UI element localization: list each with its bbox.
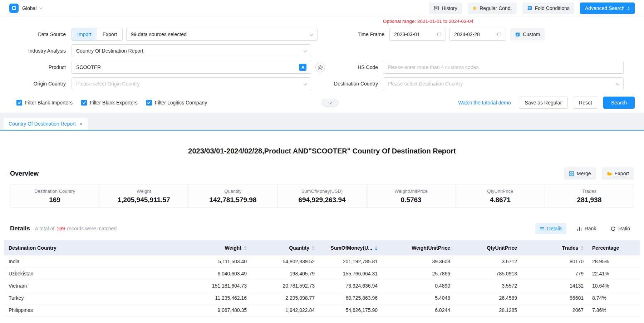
overview-header: Overview Merge Export bbox=[10, 167, 634, 180]
export-button[interactable]: Export bbox=[602, 167, 634, 180]
tutorial-link[interactable]: Watch the tutorial demo bbox=[458, 100, 511, 106]
merge-label: Merge bbox=[577, 171, 591, 176]
advanced-search-button[interactable]: Advanced Search › bbox=[580, 3, 635, 14]
cell-wup: 5.4048 bbox=[382, 292, 454, 304]
reset-button[interactable]: Reset bbox=[573, 97, 598, 109]
date-end-input[interactable] bbox=[454, 31, 497, 37]
view-details-label: Details bbox=[547, 226, 562, 231]
product-input[interactable] bbox=[76, 64, 296, 70]
product-field[interactable]: A @ bbox=[72, 61, 311, 74]
stat-weight-unit-price: WeightUnitPrice 0.5763 bbox=[367, 185, 456, 207]
history-button[interactable]: History bbox=[429, 3, 462, 14]
fold-conditions-label: Fold Conditions bbox=[535, 5, 570, 11]
regular-cond-button[interactable]: ★ Regular Cond. bbox=[468, 3, 517, 14]
origin-country-select[interactable] bbox=[72, 77, 311, 90]
col-trades[interactable]: Trades bbox=[521, 240, 588, 255]
col-quantity[interactable]: Quantity bbox=[251, 240, 319, 255]
translate-icon[interactable]: A bbox=[299, 64, 306, 71]
industry-analysis-label: Industry Analysis bbox=[5, 48, 66, 54]
table-row[interactable]: India 5,111,503.40 54,802,839.52 201,192… bbox=[4, 255, 640, 268]
app-logo-glyph bbox=[12, 6, 16, 10]
region-selector[interactable]: Global bbox=[22, 5, 42, 11]
chevron-down-icon bbox=[304, 49, 307, 52]
view-details-button[interactable]: Details bbox=[535, 223, 566, 234]
merge-button[interactable]: Merge bbox=[564, 167, 596, 180]
advanced-search-label: Advanced Search bbox=[585, 5, 625, 11]
col-label: SumOfMoney(U... bbox=[330, 245, 372, 251]
overview-stats-bar: Destination Country 169 Weight 1,205,945… bbox=[10, 185, 634, 207]
sort-icon-active bbox=[375, 246, 378, 250]
sort-icon bbox=[581, 246, 584, 250]
cell-qup: 28.1285 bbox=[454, 304, 521, 316]
import-segment[interactable]: Import bbox=[72, 28, 97, 40]
cell-sum: 73,924,636.94 bbox=[319, 280, 382, 292]
cell-percentage: 10.64% bbox=[588, 280, 640, 292]
collapse-form-button[interactable] bbox=[321, 99, 339, 107]
industry-analysis-value: Country Of Destination Report bbox=[76, 48, 143, 54]
data-sources-select[interactable]: 99 data sources selected bbox=[126, 28, 318, 41]
stat-quantity: Quantity 142,781,579.98 bbox=[188, 185, 277, 207]
save-as-regular-button[interactable]: Save as Regular bbox=[519, 97, 568, 109]
table-row[interactable]: Philippines 9,067,480.35 1,942,022.84 54… bbox=[4, 304, 640, 316]
stat-value: 142,781,579.98 bbox=[209, 196, 256, 204]
date-start-input[interactable] bbox=[394, 31, 437, 37]
star-icon: ★ bbox=[472, 5, 477, 11]
col-sum-of-money[interactable]: SumOfMoney(U... bbox=[319, 240, 382, 255]
table-row[interactable]: Turkey 11,235,462.16 2,295,098.77 60,725… bbox=[4, 292, 640, 304]
cell-trades: 80170 bbox=[521, 255, 588, 268]
stat-label: Trades bbox=[582, 189, 596, 194]
cell-quantity: 1,942,022.84 bbox=[251, 304, 319, 316]
industry-analysis-select[interactable]: Country Of Destination Report bbox=[72, 44, 311, 57]
cell-weight: 6,040,603.49 bbox=[183, 268, 251, 280]
tab-country-of-destination-report[interactable]: Country Of Destination Report × bbox=[4, 118, 88, 130]
stat-label: Weight bbox=[137, 189, 151, 194]
cell-country: Vietnam bbox=[4, 280, 183, 292]
cell-wup: 39.3608 bbox=[382, 255, 454, 268]
cell-weight: 9,067,480.35 bbox=[183, 304, 251, 316]
col-weight[interactable]: Weight bbox=[183, 240, 251, 255]
check-mark bbox=[18, 101, 21, 104]
search-button[interactable]: Search bbox=[603, 97, 635, 109]
export-segment[interactable]: Export bbox=[97, 28, 122, 40]
col-label: Quantity bbox=[289, 245, 309, 251]
optional-range-note: Optional range: 2021-01-01 to 2024-03-04 bbox=[383, 19, 473, 24]
filter-blank-exporters-checkbox[interactable]: Filter Blank Exporters bbox=[81, 100, 138, 106]
hs-code-field[interactable] bbox=[383, 61, 624, 74]
stat-destination-country: Destination Country 169 bbox=[10, 185, 99, 207]
stat-label: Quantity bbox=[224, 189, 241, 194]
cell-qup: 3.5572 bbox=[454, 280, 521, 292]
stat-value: 694,929,263.94 bbox=[298, 196, 345, 204]
report-title: 2023/03/01-2024/02/28,Product AND"SCOOTE… bbox=[0, 147, 644, 155]
filter-logitics-company-label: Filter Logitics Company bbox=[155, 100, 207, 106]
filter-logitics-company-checkbox[interactable]: Filter Logitics Company bbox=[146, 100, 207, 106]
history-icon bbox=[434, 5, 439, 11]
fold-conditions-button[interactable]: Fold Conditions bbox=[522, 3, 574, 14]
table-row[interactable]: Vietnam 151,181,604.73 20,781,592.73 73,… bbox=[4, 280, 640, 292]
merge-icon bbox=[569, 171, 574, 176]
topbar-actions: History ★ Regular Cond. Fold Conditions … bbox=[429, 3, 635, 14]
export-label: Export bbox=[615, 171, 629, 176]
hs-code-input[interactable] bbox=[388, 64, 619, 70]
table-row[interactable]: Uzbekistan 6,040,603.49 198,405.79 155,7… bbox=[4, 268, 640, 280]
close-icon[interactable]: × bbox=[80, 121, 83, 127]
col-label: Trades bbox=[562, 245, 578, 251]
destination-country-select[interactable] bbox=[383, 77, 624, 90]
filter-blank-importers-checkbox[interactable]: Filter Blank Importers bbox=[16, 100, 73, 106]
cell-country: India bbox=[4, 255, 183, 268]
origin-country-input[interactable] bbox=[76, 81, 304, 87]
destination-country-input[interactable] bbox=[388, 81, 616, 87]
view-rank-button[interactable]: Rank bbox=[573, 223, 600, 234]
time-frame-label: Time Frame bbox=[318, 31, 384, 37]
custom-range-button[interactable]: Custom bbox=[510, 28, 545, 40]
bar-chart-icon bbox=[577, 226, 582, 231]
col-label: Weight bbox=[225, 245, 241, 251]
product-match-icon[interactable]: @ bbox=[315, 63, 325, 72]
check-mark bbox=[82, 101, 86, 104]
cell-percentage: 22.41% bbox=[588, 268, 640, 280]
check-mark bbox=[147, 101, 151, 104]
view-ratio-button[interactable]: Ratio bbox=[606, 223, 634, 234]
date-end-field[interactable] bbox=[449, 28, 506, 41]
details-heading: Details bbox=[10, 225, 30, 232]
date-start-field[interactable] bbox=[389, 28, 446, 41]
cell-quantity: 54,802,839.52 bbox=[251, 255, 319, 268]
